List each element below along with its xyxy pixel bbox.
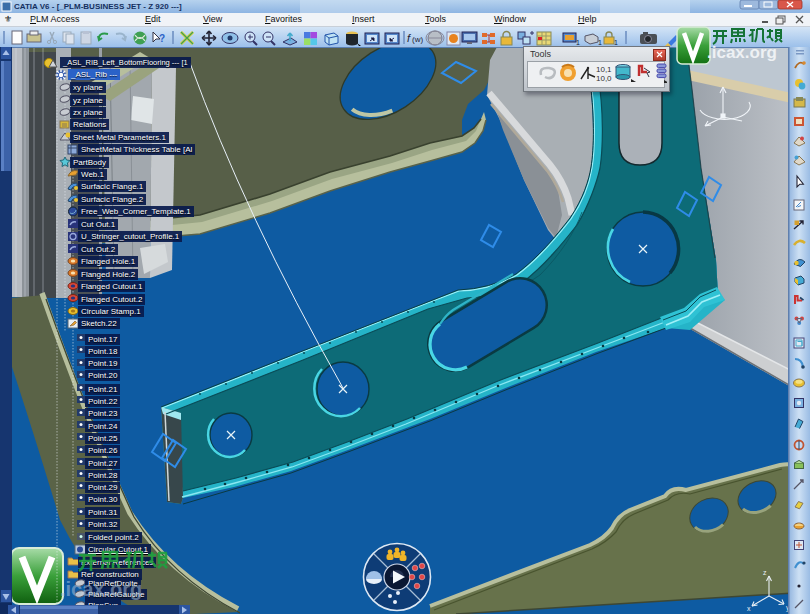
svg-text:1: 1 xyxy=(614,39,618,46)
svg-text:10,1: 10,1 xyxy=(596,65,612,74)
svg-text:f: f xyxy=(407,32,411,44)
svg-text:x: x xyxy=(747,605,751,612)
svg-text:10,0: 10,0 xyxy=(596,74,612,83)
svg-text:?: ? xyxy=(159,33,165,44)
svg-text:z: z xyxy=(763,569,767,576)
svg-text:1: 1 xyxy=(576,39,580,46)
svg-text:1: 1 xyxy=(598,39,602,46)
svg-text:(w): (w) xyxy=(412,35,423,44)
